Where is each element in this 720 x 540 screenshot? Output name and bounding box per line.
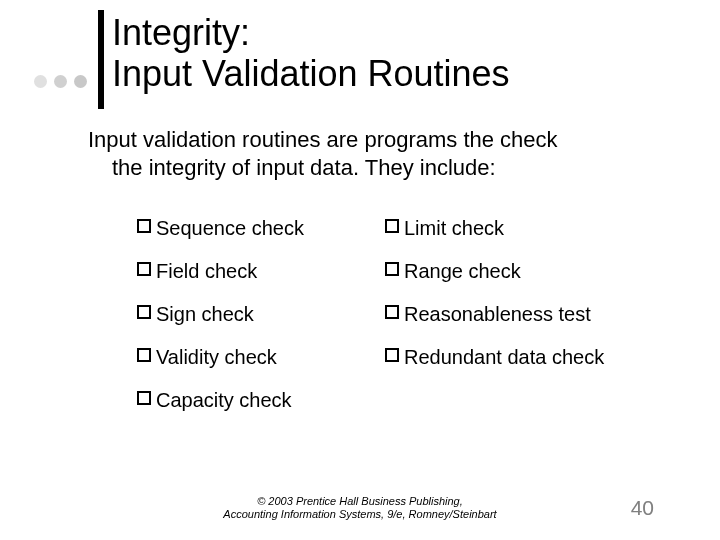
check-item: Sign check bbox=[137, 302, 385, 326]
check-item: Redundant data check bbox=[385, 345, 657, 369]
check-label: Sequence check bbox=[156, 216, 304, 240]
footer-line: Accounting Information Systems, 9/e, Rom… bbox=[0, 508, 720, 522]
checks-row: Sign check Reasonableness test bbox=[137, 302, 657, 326]
title-block: Integrity: Input Validation Routines bbox=[112, 12, 510, 95]
checks-list: Sequence check Limit check Field check R… bbox=[137, 216, 657, 431]
checks-row: Sequence check Limit check bbox=[137, 216, 657, 240]
bullet-icon bbox=[137, 219, 151, 233]
check-item: Limit check bbox=[385, 216, 657, 240]
check-label: Limit check bbox=[404, 216, 504, 240]
bullet-icon bbox=[385, 305, 399, 319]
check-label: Sign check bbox=[156, 302, 254, 326]
page-number: 40 bbox=[631, 496, 654, 520]
check-item: Validity check bbox=[137, 345, 385, 369]
check-item: Range check bbox=[385, 259, 657, 283]
slide: Integrity: Input Validation Routines Inp… bbox=[0, 0, 720, 540]
body-text: Input validation routines are programs t… bbox=[88, 126, 648, 181]
footer-line: © 2003 Prentice Hall Business Publishing… bbox=[0, 495, 720, 509]
decor-dot bbox=[34, 75, 47, 88]
body-line: Input validation routines are programs t… bbox=[88, 126, 648, 154]
title-decor bbox=[34, 54, 104, 109]
title-line: Integrity: bbox=[112, 12, 510, 53]
check-label: Field check bbox=[156, 259, 257, 283]
title-line: Input Validation Routines bbox=[112, 53, 510, 94]
bullet-icon bbox=[137, 262, 151, 276]
footer: © 2003 Prentice Hall Business Publishing… bbox=[0, 495, 720, 523]
check-item: Capacity check bbox=[137, 388, 385, 412]
check-item: Sequence check bbox=[137, 216, 385, 240]
check-label: Range check bbox=[404, 259, 521, 283]
check-label: Redundant data check bbox=[404, 345, 604, 369]
checks-row: Capacity check bbox=[137, 388, 657, 412]
checks-row: Validity check Redundant data check bbox=[137, 345, 657, 369]
bullet-icon bbox=[137, 305, 151, 319]
check-item: Field check bbox=[137, 259, 385, 283]
bullet-icon bbox=[385, 348, 399, 362]
decor-bar bbox=[98, 10, 104, 109]
checks-row: Field check Range check bbox=[137, 259, 657, 283]
check-label: Reasonableness test bbox=[404, 302, 591, 326]
decor-dot bbox=[54, 75, 67, 88]
check-item: Reasonableness test bbox=[385, 302, 657, 326]
bullet-icon bbox=[385, 262, 399, 276]
decor-dot bbox=[74, 75, 87, 88]
check-label: Capacity check bbox=[156, 388, 292, 412]
body-line: the integrity of input data. They includ… bbox=[88, 154, 648, 182]
check-label: Validity check bbox=[156, 345, 277, 369]
bullet-icon bbox=[385, 219, 399, 233]
bullet-icon bbox=[137, 348, 151, 362]
bullet-icon bbox=[137, 391, 151, 405]
